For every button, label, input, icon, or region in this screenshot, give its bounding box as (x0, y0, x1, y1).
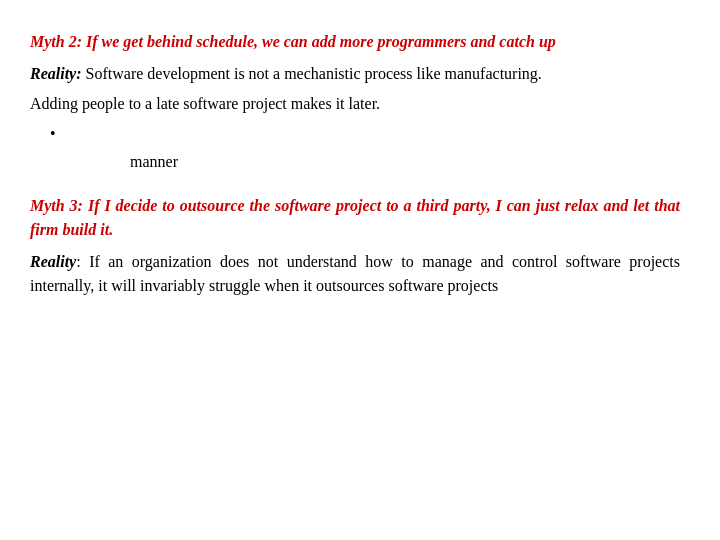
myth2-reality-text: Software development is not a mechanisti… (82, 65, 542, 82)
myth2-bullet: • (50, 125, 56, 142)
page-content: Myth 2: If we get behind schedule, we ca… (0, 0, 720, 540)
myth2-manner-text: manner (130, 153, 178, 170)
myth2-section: Myth 2: If we get behind schedule, we ca… (30, 30, 680, 174)
myth3-label: Myth 3: (30, 197, 83, 214)
myth3-heading-text: If I decide to outsource the software pr… (30, 197, 680, 238)
myth2-reality-block: Reality: Software development is not a m… (30, 62, 680, 86)
myth3-reality-block: Reality: If an organization does not und… (30, 250, 680, 298)
myth3-reality-text: If an organization does not understand h… (30, 253, 680, 294)
myth2-adding-text: Adding people to a late software project… (30, 95, 380, 112)
myth3-reality-label: Reality (30, 253, 76, 270)
myth2-bullet-section: • manner (50, 122, 680, 174)
myth2-reality-label: Reality: (30, 65, 82, 82)
myth3-heading: Myth 3: If I decide to outsource the sof… (30, 194, 680, 242)
myth2-manner-indent: manner (130, 150, 680, 174)
myth2-label: Myth 2: (30, 33, 82, 50)
myth2-adding-block: Adding people to a late software project… (30, 92, 680, 116)
myth2-heading-text: If we get behind schedule, we can add mo… (82, 33, 556, 50)
myth3-section: Myth 3: If I decide to outsource the sof… (30, 194, 680, 298)
myth2-heading: Myth 2: If we get behind schedule, we ca… (30, 30, 680, 54)
